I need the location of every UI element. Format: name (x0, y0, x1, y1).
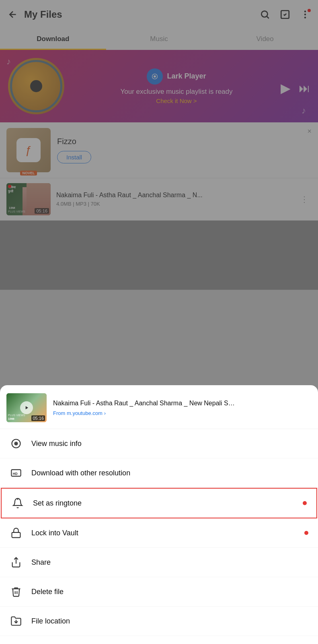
menu-label-set-ringtone: Set as ringtone (33, 499, 294, 508)
menu-label-lock-vault: Lock into Vault (31, 529, 295, 537)
dimmed-overlay (0, 0, 318, 290)
svg-point-10 (16, 443, 16, 444)
menu-item-view-music-info[interactable]: View music info (0, 429, 318, 458)
sheet-header: 19M PLUS VIEWS 05:16 Nakaima Fuli - Asth… (0, 385, 318, 429)
menu-item-file-location[interactable]: File location (0, 607, 318, 636)
hd-icon: HD (10, 466, 23, 479)
sheet-thumbnail: 19M PLUS VIEWS 05:16 (6, 393, 47, 422)
menu-label-delete-file: Delete file (31, 588, 308, 596)
menu-item-share[interactable]: Share (0, 548, 318, 577)
sheet-info: Nakaima Fuli - Astha Raut _ Aanchal Shar… (53, 399, 312, 416)
svg-rect-14 (12, 533, 21, 538)
menu-item-download-resolution[interactable]: HD Download with other resolution (0, 458, 318, 488)
menu-label-view-music-info: View music info (31, 440, 308, 448)
lock-icon (10, 526, 23, 539)
menu-label-share: Share (31, 558, 308, 567)
vault-new-dot (304, 531, 308, 535)
bottom-sheet: 19M PLUS VIEWS 05:16 Nakaima Fuli - Asth… (0, 385, 318, 644)
menu-item-set-ringtone[interactable]: Set as ringtone (1, 488, 317, 518)
sheet-menu: View music info HD Download with other r… (0, 429, 318, 636)
folder-icon (10, 615, 23, 627)
svg-text:HD: HD (13, 472, 18, 476)
vinyl-icon (10, 437, 23, 450)
sheet-source: From m.youtube.com › (53, 410, 312, 416)
menu-label-download-resolution: Download with other resolution (31, 469, 308, 477)
ringtone-new-dot (303, 501, 307, 505)
share-icon (10, 556, 23, 569)
sheet-title: Nakaima Fuli - Astha Raut _ Aanchal Shar… (53, 399, 312, 408)
bell-icon (11, 497, 24, 510)
menu-item-delete-file[interactable]: Delete file (0, 577, 318, 607)
sheet-duration: 05:16 (31, 415, 45, 421)
menu-label-file-location: File location (31, 617, 308, 625)
menu-item-lock-vault[interactable]: Lock into Vault (0, 518, 318, 548)
trash-icon (10, 585, 23, 598)
